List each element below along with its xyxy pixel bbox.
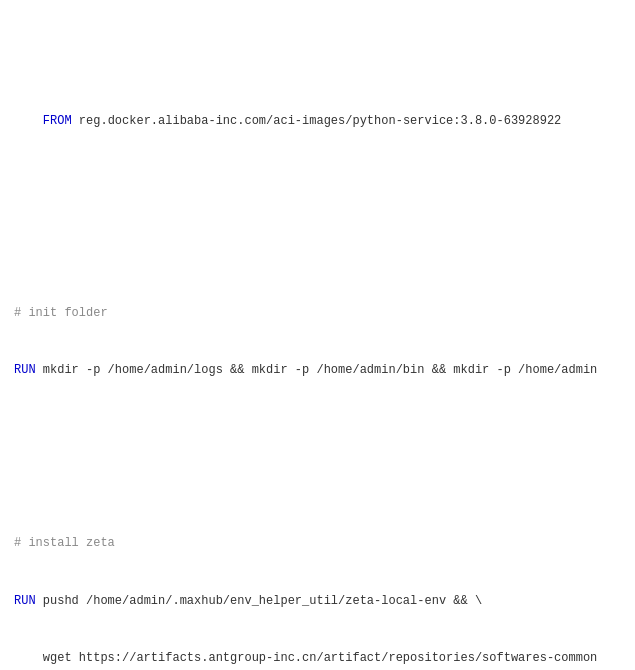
blank-line (14, 208, 621, 227)
run-pushd-line: RUN pushd /home/admin/.maxhub/env_helper… (14, 592, 621, 611)
keyword-from: FROM (43, 114, 72, 128)
comment-install-zeta: # install zeta (14, 534, 621, 553)
run-mkdir-line: RUN mkdir -p /home/admin/logs && mkdir -… (14, 361, 621, 380)
from-value: reg.docker.alibaba-inc.com/aci-images/py… (72, 114, 562, 128)
run-wget-line: wget https://artifacts.antgroup-inc.cn/a… (14, 649, 621, 668)
code-container: FROM reg.docker.alibaba-inc.com/aci-imag… (0, 0, 635, 670)
from-line: FROM reg.docker.alibaba-inc.com/aci-imag… (14, 93, 621, 151)
comment-init-folder: # init folder (14, 304, 621, 323)
blank-line-2 (14, 438, 621, 457)
